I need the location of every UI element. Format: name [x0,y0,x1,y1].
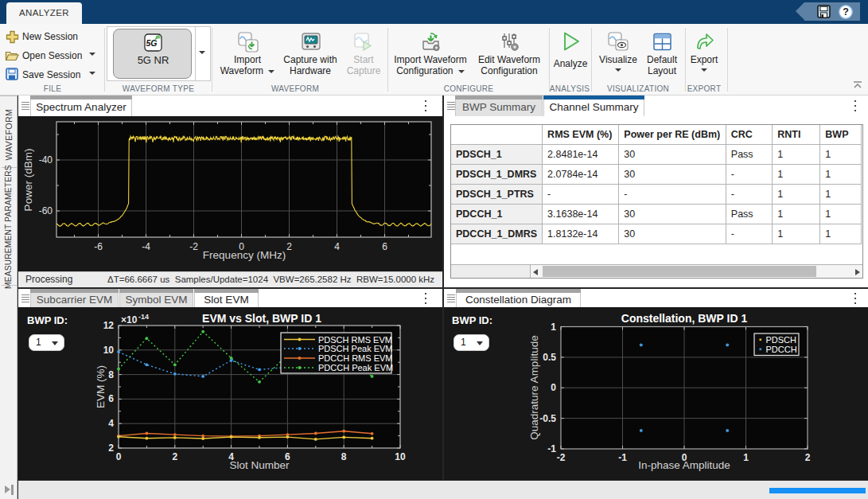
svg-text:-1: -1 [618,452,627,463]
svg-text:0: 0 [551,382,556,393]
svg-text:12: 12 [103,320,115,331]
svg-text:In-phase Amplitude: In-phase Amplitude [638,459,730,471]
svg-text:Constellation, BWP ID 1: Constellation, BWP ID 1 [621,312,748,325]
svg-text:4: 4 [108,418,114,429]
svg-text:0: 0 [116,451,122,462]
svg-text:-14: -14 [138,313,149,321]
svg-text:Quadrature Amplitude: Quadrature Amplitude [528,335,540,439]
svg-text:8: 8 [341,451,347,462]
svg-text:4: 4 [334,241,340,252]
svg-text:-4: -4 [142,241,150,252]
svg-text:0.5: 0.5 [543,352,556,363]
svg-text:-40: -40 [39,154,53,166]
svg-text:PDCCH: PDCCH [766,345,797,354]
svg-text:2: 2 [108,442,114,454]
svg-text:6: 6 [108,393,114,404]
svg-text:EVM (%): EVM (%) [95,365,107,408]
svg-text:10: 10 [103,345,115,356]
svg-text:PDSCH: PDSCH [766,335,797,345]
svg-text:PDSCH RMS EVM: PDSCH RMS EVM [318,335,392,345]
svg-text:1: 1 [551,322,556,333]
svg-text:Frequency (MHz): Frequency (MHz) [203,249,286,261]
svg-text:-1: -1 [547,443,556,454]
svg-text:-60: -60 [39,205,53,216]
svg-text:8: 8 [108,369,114,380]
svg-text:-0.5: -0.5 [539,413,556,424]
svg-text:-2: -2 [557,452,566,463]
svg-text:2: 2 [286,241,292,252]
svg-text:PDCCH Peak EVM: PDCCH Peak EVM [318,363,393,372]
svg-text:1: 1 [743,452,749,463]
svg-text:2: 2 [172,451,177,462]
svg-text:PDSCH Peak EVM: PDSCH Peak EVM [318,344,393,353]
svg-text:2: 2 [805,452,811,463]
svg-text:10: 10 [395,451,406,462]
svg-text:×10: ×10 [121,314,138,326]
svg-text:?: ? [843,6,849,18]
svg-text:Power (dBm): Power (dBm) [22,149,34,212]
svg-text:PDCCH RMS EVM: PDCCH RMS EVM [318,353,393,363]
svg-text:-2: -2 [189,241,198,252]
svg-text:EVM vs Slot, BWP ID 1: EVM vs Slot, BWP ID 1 [202,312,321,325]
svg-text:-6: -6 [94,241,103,252]
svg-text:Slot Number: Slot Number [229,459,290,471]
svg-text:6: 6 [382,241,387,252]
